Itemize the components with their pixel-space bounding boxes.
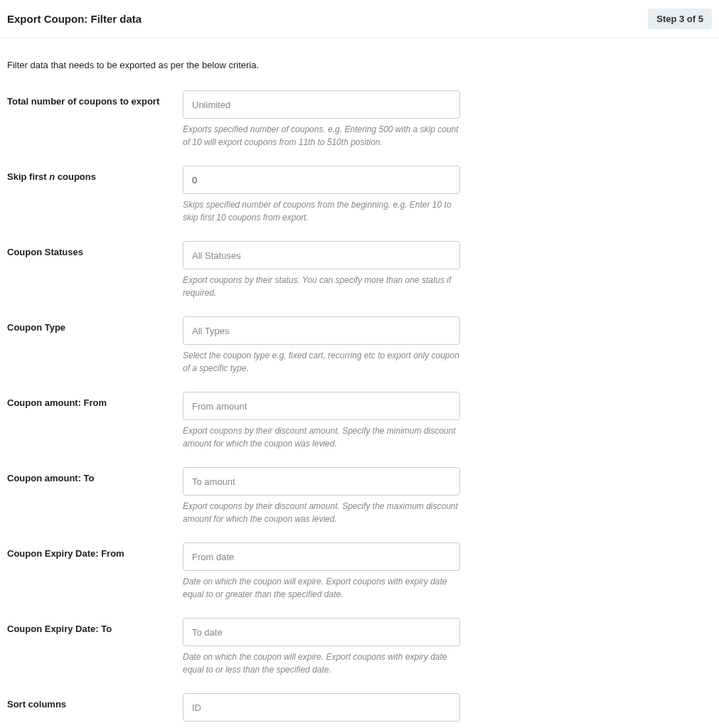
help-statuses: Export coupons by their status. You can … xyxy=(183,274,460,299)
field-row-expiry-from: Coupon Expiry Date: From Date on which t… xyxy=(7,542,712,601)
page-title: Export Coupon: Filter data xyxy=(7,13,142,25)
input-coupon-type[interactable]: All Types xyxy=(183,316,460,345)
field-row-skip: Skip first n coupons Skips specified num… xyxy=(7,166,712,224)
input-expiry-from[interactable] xyxy=(183,542,460,571)
label-amount-from: Coupon amount: From xyxy=(7,392,183,408)
label-type: Coupon Type xyxy=(7,316,183,333)
help-type: Select the coupon type e.g, fixed cart, … xyxy=(183,349,460,375)
label-skip: Skip first n coupons xyxy=(7,166,183,182)
help-expiry-to: Date on which the coupon will expire. Ex… xyxy=(183,651,460,676)
label-expiry-from: Coupon Expiry Date: From xyxy=(7,542,183,559)
help-amount-from: Export coupons by their discount amount.… xyxy=(183,424,460,450)
input-total-coupons[interactable] xyxy=(183,90,460,119)
input-amount-to[interactable] xyxy=(183,467,460,496)
label-total: Total number of coupons to export xyxy=(7,90,183,107)
help-amount-to: Export coupons by their discount amount.… xyxy=(183,500,460,525)
field-row-type: Coupon Type All Types Select the coupon … xyxy=(7,316,712,375)
help-total: Exports specified number of coupons. e.g… xyxy=(183,123,460,149)
page-header: Export Coupon: Filter data Step 3 of 5 xyxy=(0,0,719,38)
input-skip-coupons[interactable] xyxy=(183,166,460,194)
help-expiry-from: Date on which the coupon will expire. Ex… xyxy=(183,575,460,601)
label-expiry-to: Coupon Expiry Date: To xyxy=(7,618,183,634)
input-expiry-to[interactable] xyxy=(183,618,460,646)
label-sort-columns: Sort columns xyxy=(7,693,183,710)
input-coupon-statuses[interactable]: All Statuses xyxy=(183,241,460,269)
step-indicator: Step 3 of 5 xyxy=(648,9,712,29)
field-row-sort-columns: Sort columns ID Sort the exported data b… xyxy=(7,693,712,728)
help-skip: Skips specified number of coupons from t… xyxy=(183,198,460,224)
label-statuses: Coupon Statuses xyxy=(7,241,183,257)
input-amount-from[interactable] xyxy=(183,392,460,420)
field-row-statuses: Coupon Statuses All Statuses Export coup… xyxy=(7,241,712,299)
field-row-amount-from: Coupon amount: From Export coupons by th… xyxy=(7,392,712,450)
intro-text: Filter data that needs to be exported as… xyxy=(7,60,712,70)
field-row-expiry-to: Coupon Expiry Date: To Date on which the… xyxy=(7,618,712,676)
input-sort-columns[interactable]: ID xyxy=(183,693,460,722)
field-row-total: Total number of coupons to export Export… xyxy=(7,90,712,149)
label-amount-to: Coupon amount: To xyxy=(7,467,183,483)
form-content: Filter data that needs to be exported as… xyxy=(0,38,719,728)
field-row-amount-to: Coupon amount: To Export coupons by thei… xyxy=(7,467,712,525)
